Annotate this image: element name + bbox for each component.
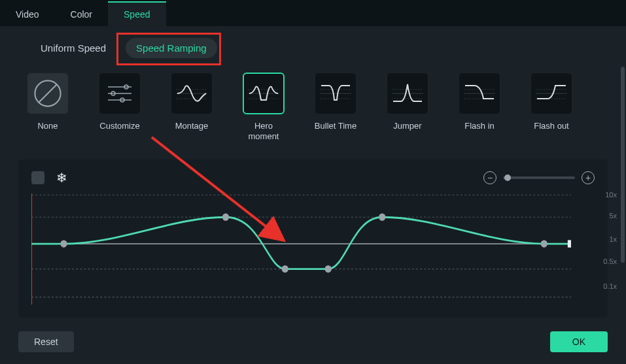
bottom-button-row: Reset OK xyxy=(0,321,626,364)
preset-bullet-time[interactable]: Bullet Time xyxy=(310,73,361,141)
preset-row: None Customize Montage Hero moment Bulle xyxy=(0,69,626,152)
ok-button[interactable]: OK xyxy=(550,331,608,352)
reset-button[interactable]: Reset xyxy=(18,331,74,352)
preset-label: Montage xyxy=(175,121,209,131)
subtab-uniform-speed[interactable]: Uniform Speed xyxy=(30,38,116,58)
flashin-curve-icon xyxy=(459,73,500,114)
hero-curve-icon xyxy=(243,73,285,114)
y-tick-label: 0.1x xyxy=(603,282,617,290)
vertical-scrollbar[interactable] xyxy=(621,67,625,263)
preset-label: None xyxy=(37,121,58,131)
subtab-speed-ramping[interactable]: Speed Ramping xyxy=(126,38,217,58)
y-tick-label: 1x xyxy=(609,235,617,243)
top-tab-bar: Video Color Speed xyxy=(0,0,626,26)
preset-hero-moment[interactable]: Hero moment xyxy=(238,73,289,141)
svg-point-33 xyxy=(222,214,229,221)
y-tick-label: 5x xyxy=(609,212,617,220)
preset-jumper[interactable]: Jumper xyxy=(382,73,433,141)
curve-svg[interactable] xyxy=(31,193,571,305)
curve-toolbar: ❄ − + xyxy=(29,170,597,186)
montage-curve-icon xyxy=(171,73,213,114)
sliders-icon xyxy=(99,73,141,114)
zoom-in-button[interactable]: + xyxy=(582,171,595,184)
zoom-out-button[interactable]: − xyxy=(483,171,496,184)
none-icon xyxy=(27,73,69,114)
preset-none[interactable]: None xyxy=(22,73,73,141)
preset-flash-out[interactable]: Flash out xyxy=(526,73,577,141)
zoom-slider-handle[interactable] xyxy=(504,174,511,181)
svg-line-1 xyxy=(39,84,57,103)
bullet-curve-icon xyxy=(315,73,356,114)
y-tick-label: 10x xyxy=(605,191,617,199)
toggle-square[interactable] xyxy=(31,171,44,184)
svg-point-36 xyxy=(379,214,385,221)
speed-curve-chart[interactable]: 10x 5x 1x 0.5x 0.1x xyxy=(31,193,597,305)
preset-label: Bullet Time xyxy=(315,121,356,131)
svg-rect-38 xyxy=(568,240,571,248)
tab-video[interactable]: Video xyxy=(0,3,55,26)
jumper-curve-icon xyxy=(387,73,428,114)
preset-label: Customize xyxy=(99,121,139,131)
svg-point-32 xyxy=(60,240,67,248)
zoom-slider[interactable] xyxy=(503,176,575,179)
tab-color[interactable]: Color xyxy=(55,3,108,26)
preset-label: Jumper xyxy=(393,121,421,131)
tab-speed[interactable]: Speed xyxy=(108,1,165,26)
snowflake-icon[interactable]: ❄ xyxy=(56,170,67,186)
preset-label: Hero moment xyxy=(238,121,289,141)
preset-montage[interactable]: Montage xyxy=(166,73,217,141)
preset-label: Flash in xyxy=(464,121,495,131)
sub-tab-row: Uniform Speed Speed Ramping xyxy=(0,26,626,69)
preset-label: Flash out xyxy=(534,121,568,131)
curve-editor-panel: ❄ − + 10x 5x 1x 0.5x 0.1x xyxy=(18,159,608,318)
preset-customize[interactable]: Customize xyxy=(94,73,145,141)
svg-point-37 xyxy=(541,240,548,248)
flashout-curve-icon xyxy=(530,73,572,114)
svg-point-35 xyxy=(325,265,332,273)
preset-flash-in[interactable]: Flash in xyxy=(454,73,505,141)
y-tick-label: 0.5x xyxy=(603,257,617,265)
svg-point-34 xyxy=(282,265,288,273)
